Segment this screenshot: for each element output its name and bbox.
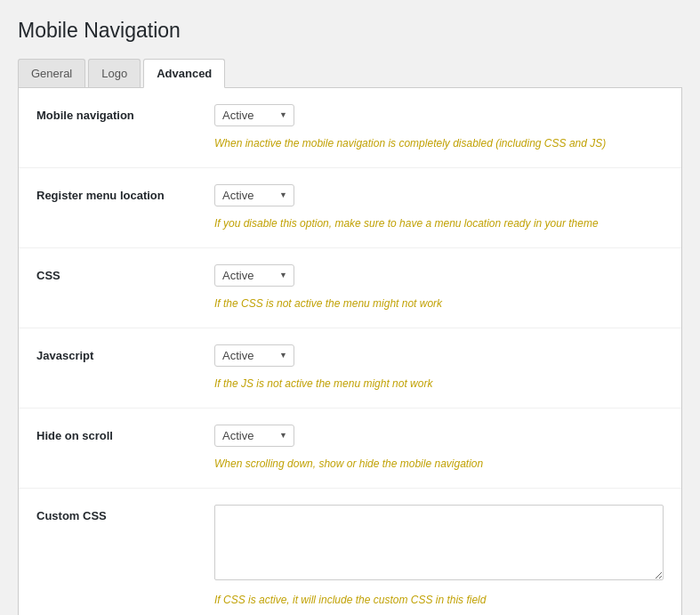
label-register-menu: Register menu location	[36, 184, 214, 202]
label-custom-css: Custom CSS	[36, 505, 214, 522]
control-css: Active Inactive If the CSS is not active…	[214, 264, 664, 312]
setting-row-javascript: Javascript Active Inactive If the JS is …	[19, 328, 681, 409]
control-register-menu: Active Inactive If you disable this opti…	[214, 184, 664, 231]
tab-general[interactable]: General	[18, 59, 85, 87]
select-mobile-navigation[interactable]: Active Inactive	[214, 104, 294, 126]
select-wrap-register-menu: Active Inactive	[214, 184, 294, 206]
setting-row-css: CSS Active Inactive If the CSS is not ac…	[19, 248, 681, 328]
page-title: Mobile Navigation	[18, 18, 682, 45]
control-mobile-navigation: Active Inactive When inactive the mobile…	[214, 104, 664, 151]
select-wrap-hide-on-scroll: Active Inactive	[214, 425, 294, 447]
textarea-custom-css[interactable]	[214, 505, 664, 580]
page-wrap: Mobile Navigation General Logo Advanced …	[18, 18, 682, 615]
control-javascript: Active Inactive If the JS is not active …	[214, 344, 664, 392]
hint-css: If the CSS is not active the menu might …	[214, 295, 664, 312]
select-javascript[interactable]: Active Inactive	[214, 344, 294, 367]
select-register-menu[interactable]: Active Inactive	[214, 184, 294, 206]
tab-advanced[interactable]: Advanced	[143, 59, 225, 88]
select-wrap-css: Active Inactive	[214, 264, 294, 287]
select-hide-on-scroll[interactable]: Active Inactive	[214, 425, 294, 447]
control-hide-on-scroll: Active Inactive When scrolling down, sho…	[214, 425, 664, 472]
tab-logo[interactable]: Logo	[88, 59, 141, 87]
tabs-row: General Logo Advanced	[18, 59, 682, 88]
select-css[interactable]: Active Inactive	[214, 264, 294, 287]
hint-custom-css: If CSS is active, it will include the cu…	[214, 592, 664, 608]
hint-javascript: If the JS is not active the menu might n…	[214, 376, 664, 392]
select-wrap-javascript: Active Inactive	[214, 344, 294, 367]
settings-panel: Mobile navigation Active Inactive When i…	[18, 88, 682, 615]
hint-hide-on-scroll: When scrolling down, show or hide the mo…	[214, 456, 664, 472]
label-css: CSS	[36, 264, 214, 282]
label-hide-on-scroll: Hide on scroll	[36, 425, 214, 442]
hint-register-menu: If you disable this option, make sure to…	[214, 215, 664, 231]
setting-row-hide-on-scroll: Hide on scroll Active Inactive When scro…	[19, 409, 681, 489]
control-custom-css: If CSS is active, it will include the cu…	[214, 505, 664, 608]
setting-row-mobile-navigation: Mobile navigation Active Inactive When i…	[19, 88, 681, 168]
label-mobile-navigation: Mobile navigation	[36, 104, 214, 122]
hint-mobile-navigation: When inactive the mobile navigation is c…	[214, 135, 664, 151]
select-wrap-mobile-navigation: Active Inactive	[214, 104, 294, 126]
label-javascript: Javascript	[36, 344, 214, 362]
setting-row-register-menu: Register menu location Active Inactive I…	[19, 168, 681, 248]
setting-row-custom-css: Custom CSS If CSS is active, it will inc…	[19, 489, 681, 615]
